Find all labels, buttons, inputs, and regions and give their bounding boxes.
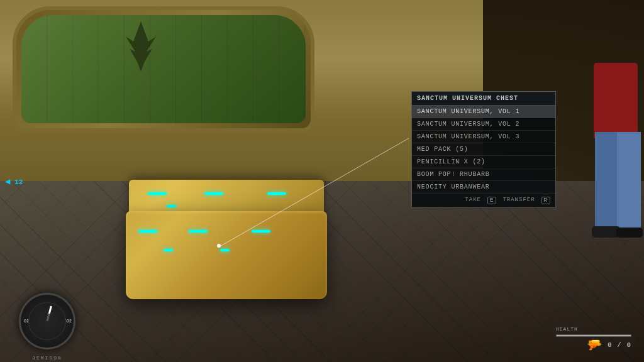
chest-title: SANCTUM UNIVERSUM CHEST — [412, 92, 555, 106]
transfer-key[interactable]: R — [541, 197, 550, 204]
inventory-item-1[interactable]: SANCTUM UNIVERSUM, VOL 1 — [412, 106, 555, 118]
chest-highlight-8 — [164, 249, 173, 251]
chest-highlight-4 — [167, 205, 176, 207]
character-leg-right — [617, 132, 641, 233]
level-arrow-icon: ◀ — [5, 177, 10, 187]
character — [569, 63, 644, 251]
chest-highlight-1 — [148, 192, 167, 195]
chest-inventory-panel: SANCTUM UNIVERSUM CHEST SANCTUM UNIVERSU… — [411, 91, 556, 208]
chest-highlight-9 — [220, 249, 230, 251]
character-torso — [594, 63, 638, 138]
ammo-display: 0 / 0 — [608, 341, 631, 349]
ammo-current: 0 — [608, 341, 613, 349]
ammo-separator: / — [617, 341, 626, 349]
level-indicator: ◀ 12 — [5, 176, 23, 187]
chest-highlight-5 — [138, 230, 157, 233]
inventory-item-3[interactable]: SANCTUM UNIVERSUM, VOL 3 — [412, 131, 555, 143]
health-label: HEALTH — [556, 326, 631, 332]
compass-outer: O2 CO2 — [19, 293, 75, 349]
chest-body — [126, 211, 327, 299]
weapon-icon: 🔫 — [586, 337, 602, 353]
connector-dot — [217, 244, 221, 248]
window-view — [21, 15, 306, 123]
chest-highlight-7 — [252, 230, 270, 233]
take-key[interactable]: E — [487, 197, 496, 204]
inventory-item-6[interactable]: BOOM POP! RHUBARB — [412, 168, 555, 181]
ammo-max: 0 — [626, 341, 631, 349]
inventory-item-5[interactable]: PENICILLIN X (2) — [412, 156, 555, 168]
window-frame — [13, 6, 314, 132]
chest — [126, 173, 327, 299]
compass-inner — [28, 302, 66, 340]
chest-highlight-2 — [204, 192, 223, 195]
take-label: TAKE — [465, 197, 481, 204]
compass-needle — [47, 305, 52, 321]
level-value: 12 — [14, 178, 23, 186]
compass-location-label: JEMISON — [32, 355, 62, 361]
plant-decoration — [122, 21, 160, 72]
chest-highlight-6 — [189, 230, 208, 233]
character-shoe-right — [616, 228, 643, 238]
chest-highlight-3 — [267, 192, 286, 195]
health-bar-fill — [557, 335, 631, 336]
inventory-item-7[interactable]: NEOCITY URBANWEAR — [412, 181, 555, 194]
compass: O2 CO2 JEMISON — [19, 293, 75, 349]
inventory-item-4[interactable]: MED PACK (5) — [412, 143, 555, 156]
character-leg-left — [595, 132, 619, 233]
transfer-label: TRANSFER — [502, 197, 535, 204]
weapon-hud: 🔫 0 / 0 — [586, 337, 631, 353]
inventory-item-2[interactable]: SANCTUM UNIVERSUM, VOL 2 — [412, 118, 555, 131]
chest-actions: TAKE E TRANSFER R — [412, 194, 555, 207]
